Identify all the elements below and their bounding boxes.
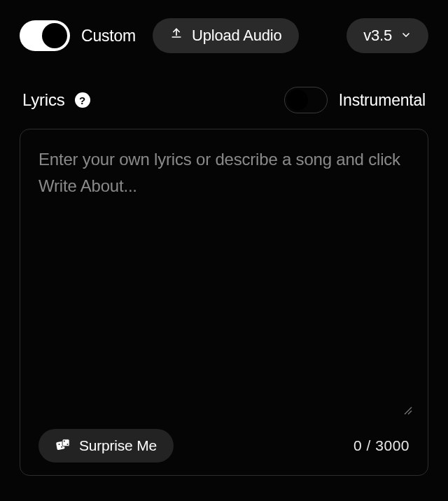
custom-toggle-knob — [42, 23, 67, 48]
lyrics-editor-card: Surprise Me 0 / 3000 — [20, 129, 428, 476]
lyrics-textarea[interactable] — [38, 146, 410, 419]
custom-label: Custom — [81, 27, 136, 45]
instrumental-toggle-knob — [287, 90, 308, 111]
char-counter: 0 / 3000 — [354, 437, 410, 454]
help-icon[interactable]: ? — [75, 92, 90, 108]
surprise-me-button[interactable]: Surprise Me — [38, 429, 174, 463]
svg-point-7 — [61, 446, 62, 447]
svg-point-5 — [66, 443, 68, 444]
upload-icon — [169, 27, 183, 45]
svg-point-6 — [58, 443, 59, 444]
version-select[interactable]: v3.5 — [346, 18, 428, 53]
custom-toggle[interactable] — [20, 20, 70, 51]
upload-audio-label: Upload Audio — [192, 27, 281, 45]
svg-point-4 — [64, 440, 65, 442]
dice-icon — [55, 437, 71, 456]
surprise-me-label: Surprise Me — [79, 437, 157, 454]
chevron-down-icon — [400, 27, 412, 45]
instrumental-label: Instrumental — [339, 91, 426, 110]
version-label: v3.5 — [363, 27, 392, 45]
lyrics-section-label: Lyrics — [22, 90, 65, 110]
upload-audio-button[interactable]: Upload Audio — [153, 18, 298, 53]
instrumental-toggle[interactable] — [284, 87, 328, 113]
svg-rect-3 — [62, 439, 69, 446]
